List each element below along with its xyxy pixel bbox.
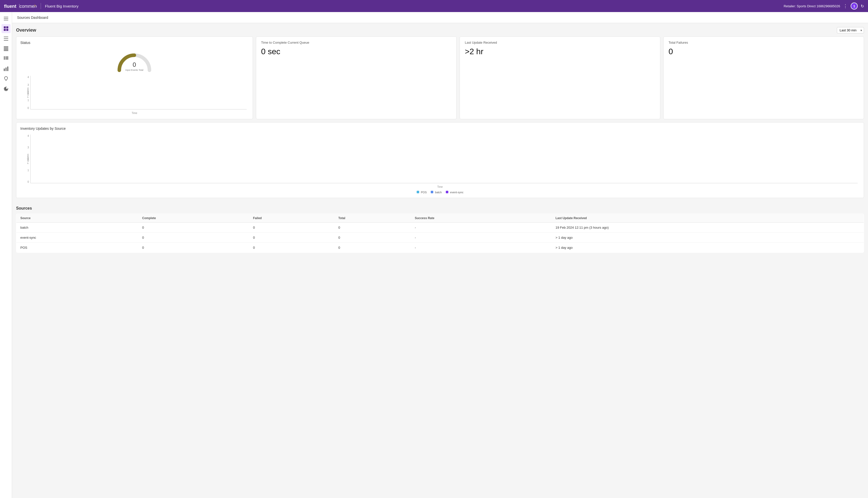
svg-rect-25 xyxy=(5,67,7,71)
cell-failed-1: 0 xyxy=(249,233,334,243)
gauge-container: 0 Input Events Total xyxy=(20,48,249,73)
sidebar-item-hamburger[interactable] xyxy=(1,14,11,23)
left-sidebar xyxy=(0,12,12,498)
chart-legend: POS batch event-sync xyxy=(20,191,860,194)
x-axis-label-inventory: Time xyxy=(437,185,443,188)
page-layout: Sources Dashboard Overview Last 30 min L… xyxy=(0,12,868,498)
table-row: batch 0 0 0 - 19 Feb 2024 12:11 pm (3 ho… xyxy=(16,223,864,233)
svg-rect-10 xyxy=(6,29,8,31)
svg-rect-11 xyxy=(4,37,8,37)
svg-rect-13 xyxy=(4,40,8,41)
col-failed: Failed xyxy=(249,214,334,223)
main-content: Sources Dashboard Overview Last 30 min L… xyxy=(12,12,868,498)
legend-batch-dot xyxy=(431,191,433,193)
cell-source-1: event-sync xyxy=(16,233,138,243)
inventory-chart-title: Inventory Updates by Source xyxy=(20,127,860,131)
topnav-left: fluent commerce Fluent Big Inventory xyxy=(4,3,78,9)
sources-table: Source Complete Failed Total Success Rat… xyxy=(16,214,864,253)
overview-section: Overview Last 30 min Last 1 hr Last 6 hr… xyxy=(12,23,868,202)
x-axis-label-status: Time xyxy=(132,112,137,115)
svg-text:commerce: commerce xyxy=(20,4,37,9)
last-update-card: Last Update Received >2 hr xyxy=(459,36,660,119)
sidebar-item-dashboard[interactable] xyxy=(1,24,11,33)
cell-last-update-2: > 1 day ago xyxy=(552,243,864,253)
sources-table-header-row: Source Complete Failed Total Success Rat… xyxy=(16,214,864,223)
time-to-complete-value: 0 sec xyxy=(261,47,451,56)
total-failures-value: 0 xyxy=(669,47,859,56)
sources-table-body: batch 0 0 0 - 19 Feb 2024 12:11 pm (3 ho… xyxy=(16,223,864,253)
legend-pos: POS xyxy=(417,191,427,194)
col-source: Source xyxy=(16,214,138,223)
sources-title: Sources xyxy=(16,202,864,214)
svg-rect-7 xyxy=(4,26,6,28)
time-to-complete-card: Time to Complete Current Queue 0 sec xyxy=(256,36,457,119)
sidebar-item-list[interactable] xyxy=(1,34,11,43)
more-options-icon[interactable]: ⋮ xyxy=(843,3,848,9)
svg-rect-12 xyxy=(4,38,8,39)
sidebar-item-grid[interactable] xyxy=(1,54,11,63)
status-mini-chart: 43210 # Updates Time xyxy=(20,75,249,115)
refresh-icon[interactable]: ↻ xyxy=(861,4,864,9)
svg-rect-5 xyxy=(4,18,8,19)
sidebar-item-settings[interactable] xyxy=(1,84,11,93)
cell-success-rate-1: - xyxy=(411,233,551,243)
cell-last-update-1: > 1 day ago xyxy=(552,233,864,243)
retailer-label: Retailer: Sports Direct 1686296685026 xyxy=(783,4,840,8)
legend-batch: batch xyxy=(431,191,442,194)
table-row: event-sync 0 0 0 - > 1 day ago xyxy=(16,233,864,243)
logo-svg: fluent commerce xyxy=(4,3,37,9)
user-avatar[interactable]: 1 xyxy=(851,2,858,10)
table-row: POS 0 0 0 - > 1 day ago xyxy=(16,243,864,253)
svg-rect-17 xyxy=(4,50,8,51)
svg-rect-8 xyxy=(6,26,8,28)
col-total: Total xyxy=(334,214,411,223)
stats-row: Status 0 Input Events Total xyxy=(16,36,864,119)
sidebar-item-table[interactable] xyxy=(1,44,11,53)
inventory-chart-area: 43210 # Updates Time xyxy=(20,133,860,189)
breadcrumb-bar: Sources Dashboard xyxy=(12,12,868,23)
time-filter-select[interactable]: Last 30 min Last 1 hr Last 6 hr Last 24 … xyxy=(837,27,864,34)
y-axis-title-inventory: # Updates xyxy=(27,154,29,164)
app-logo: fluent commerce xyxy=(4,3,37,9)
svg-text:fluent: fluent xyxy=(4,4,16,9)
cell-total-0: 0 xyxy=(334,223,411,233)
nav-divider xyxy=(41,3,41,9)
sidebar-item-reports[interactable] xyxy=(1,64,11,73)
svg-rect-2 xyxy=(19,4,20,8)
status-chart-card: Status 0 Input Events Total xyxy=(16,36,253,119)
svg-rect-26 xyxy=(7,66,8,71)
time-filter-wrapper[interactable]: Last 30 min Last 1 hr Last 6 hr Last 24 … xyxy=(837,27,864,34)
cell-failed-2: 0 xyxy=(249,243,334,253)
svg-rect-22 xyxy=(5,58,7,60)
sources-section: Sources Source Complete Failed Total Suc… xyxy=(12,202,868,259)
y-axis-title-status: # Updates xyxy=(27,87,29,97)
cell-total-1: 0 xyxy=(334,233,411,243)
overview-title: Overview xyxy=(16,28,36,33)
last-update-value: >2 hr xyxy=(465,47,655,56)
status-chart-title: Status xyxy=(20,41,249,45)
app-title: Fluent Big Inventory xyxy=(45,4,78,8)
svg-rect-6 xyxy=(4,20,8,20)
legend-pos-dot xyxy=(417,191,419,193)
total-failures-label: Total Failures xyxy=(669,41,859,44)
svg-rect-9 xyxy=(4,29,6,31)
sidebar-item-insights[interactable] xyxy=(1,74,11,83)
total-failures-card: Total Failures 0 xyxy=(663,36,864,119)
cell-source-0: batch xyxy=(16,223,138,233)
svg-rect-21 xyxy=(4,58,5,60)
svg-rect-14 xyxy=(4,47,8,47)
cell-complete-0: 0 xyxy=(138,223,249,233)
last-update-label: Last Update Received xyxy=(465,41,655,44)
sources-table-header: Source Complete Failed Total Success Rat… xyxy=(16,214,864,223)
svg-rect-15 xyxy=(4,48,8,49)
chart-plot-area-status: # Updates xyxy=(30,76,247,109)
col-last-update: Last Update Received xyxy=(552,214,864,223)
gauge-svg: 0 Input Events Total xyxy=(114,48,154,73)
cell-success-rate-0: - xyxy=(411,223,551,233)
inventory-chart-card: Inventory Updates by Source 43210 # Upda… xyxy=(16,122,864,198)
svg-rect-16 xyxy=(4,49,8,50)
cell-failed-0: 0 xyxy=(249,223,334,233)
svg-rect-20 xyxy=(7,56,8,58)
top-navigation: fluent commerce Fluent Big Inventory Ret… xyxy=(0,0,868,12)
topnav-right: Retailer: Sports Direct 1686296685026 ⋮ … xyxy=(783,2,864,10)
